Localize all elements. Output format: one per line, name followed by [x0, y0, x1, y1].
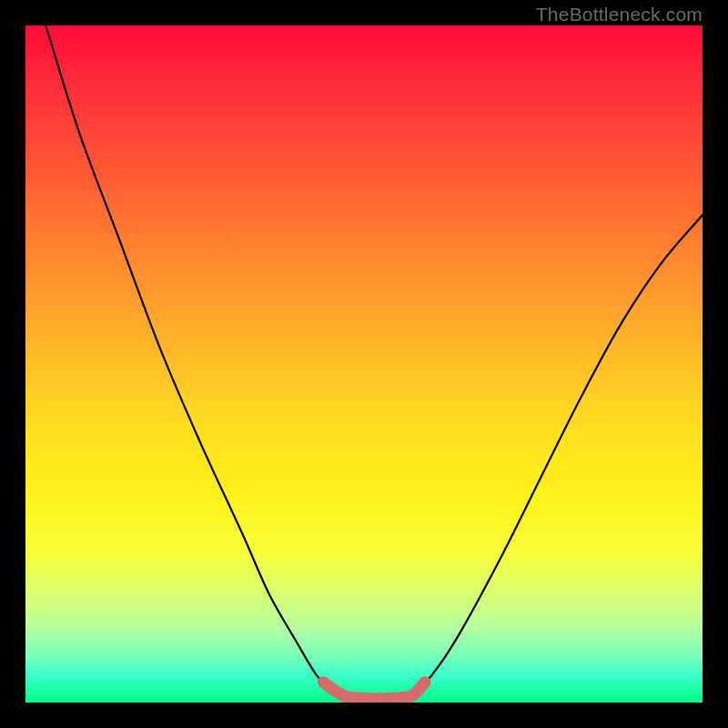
highlight-segment	[323, 682, 425, 699]
plot-area	[25, 25, 703, 703]
curve-layer	[25, 25, 703, 703]
left-curve	[46, 25, 343, 696]
watermark-text: TheBottleneck.com	[536, 4, 703, 25]
right-curve	[411, 215, 703, 695]
chart-frame: TheBottleneck.com	[0, 0, 728, 728]
